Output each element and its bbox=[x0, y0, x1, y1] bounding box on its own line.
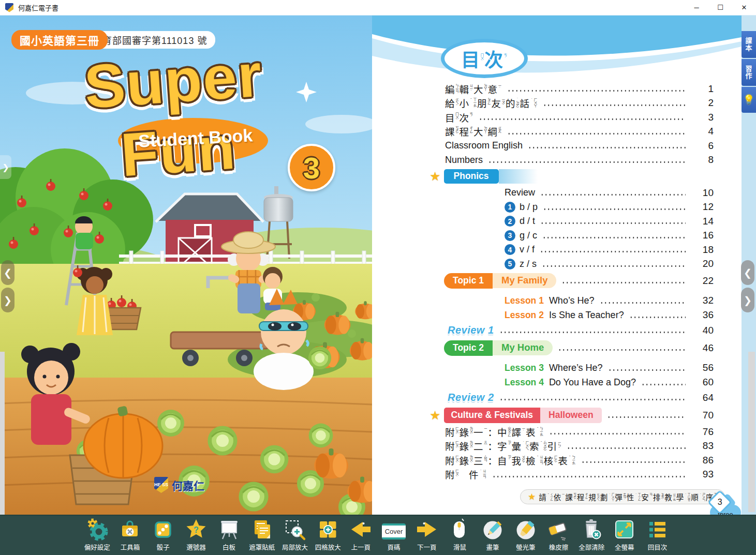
dot-leader bbox=[558, 349, 686, 351]
fullscreen-icon bbox=[613, 518, 636, 542]
ruby-char: 程ㄔㄥˊ bbox=[577, 491, 589, 502]
toc-review-row[interactable]: Review 264 bbox=[372, 389, 714, 406]
dot-leader bbox=[608, 369, 686, 371]
dot-leader bbox=[507, 90, 686, 92]
side-tab-workbook[interactable]: 習作 bbox=[742, 59, 756, 86]
toolbar-item-toolbox[interactable]: 工具箱 bbox=[114, 516, 147, 555]
toc-page-number: 8 bbox=[691, 154, 714, 166]
toolbar-item-eraser[interactable]: 橡皮擦 bbox=[542, 516, 575, 555]
toolbar-item-prev-page[interactable]: 上一頁 bbox=[345, 516, 378, 555]
ruby-char: 小ㄒㄧㄠˇ bbox=[459, 96, 478, 110]
toolbar-item-page-number[interactable]: Cover 頁碼 bbox=[377, 516, 410, 555]
toc-row[interactable]: 給ㄍㄟˇ小ㄒㄧㄠˇ朋ㄆㄥˊ友ㄧㄡˇ的˙ㄉㄜ話ㄏㄨㄚˋ2 bbox=[372, 96, 714, 111]
phonics-number-icon: 3 bbox=[505, 230, 515, 241]
toc-row[interactable]: 2d / t14 bbox=[372, 214, 714, 229]
toc-row[interactable]: Review10 bbox=[372, 186, 714, 200]
dot-leader bbox=[543, 208, 686, 210]
toc-row[interactable]: Numbers8 bbox=[372, 153, 714, 168]
toc-lesson-row[interactable]: Lesson 3Where’s He?56 bbox=[372, 361, 714, 375]
toc-row[interactable]: Classroom English6 bbox=[372, 139, 714, 153]
maximize-button[interactable]: ☐ bbox=[708, 0, 732, 15]
toc-topic-row[interactable]: Topic 2My Home46 bbox=[372, 338, 714, 357]
left-flyout-handle[interactable]: ❯ bbox=[0, 155, 11, 179]
toolbar-item-clear-all[interactable]: 全部清除 bbox=[575, 516, 608, 555]
toolbar-item-fullscreen[interactable]: 全螢幕 bbox=[608, 516, 641, 555]
toolbar-item-area-zoom[interactable]: 局部放大 bbox=[278, 516, 312, 555]
toc-lesson-row[interactable]: Lesson 1Who’s He?32 bbox=[372, 293, 714, 308]
toc-lesson-row[interactable]: Lesson 4Do You Have a Dog?60 bbox=[372, 375, 714, 389]
review-label: Review 2 bbox=[448, 392, 494, 403]
phonics-number-icon: 2 bbox=[505, 216, 515, 227]
toc-section-phonics[interactable]: ★Phonics bbox=[372, 167, 714, 186]
toolbar-item-next-page[interactable]: 下一頁 bbox=[410, 516, 443, 555]
toc-row[interactable]: 3g / c16 bbox=[372, 229, 714, 243]
ruby-char: 順ㄕㄨㄣˋ bbox=[691, 491, 706, 502]
toolbar-item-whiteboard[interactable]: 白板 bbox=[213, 516, 246, 555]
toc-page-number: 46 bbox=[691, 342, 714, 354]
side-tab-hint[interactable]: 💡 bbox=[742, 87, 756, 113]
ruby-char: 友ㄧㄡˇ bbox=[492, 96, 506, 110]
toolbar-item-label: 上一頁 bbox=[351, 542, 371, 552]
ruby-char: 綱ㄍㄤ bbox=[488, 125, 502, 138]
toolbar-item-mouse[interactable]: 滑鼠 bbox=[443, 516, 477, 555]
toc-topic-row[interactable]: Topic 1My Family22 bbox=[372, 271, 714, 290]
toolbar-item-highlighter[interactable]: 螢光筆 bbox=[509, 516, 542, 555]
dot-leader bbox=[543, 104, 686, 106]
ruby-char: 目ㄇㄨˋ bbox=[461, 45, 484, 72]
title-bar: 何嘉仁電子書 ─ ☐ ✕ bbox=[0, 0, 756, 16]
toc-list-icon bbox=[646, 518, 670, 542]
toc-row[interactable]: 課ㄎㄜˋ程ㄔㄥˊ大ㄉㄚˋ綱ㄍㄤ4 bbox=[372, 125, 714, 139]
ruby-char: 意ㄧˋ bbox=[488, 82, 502, 96]
toc-row[interactable]: 附ㄈㄨˋ錄ㄌㄨˋ二ㄦˋ：字ㄗˋ彙ㄏㄨㄟˋ索ㄙㄨㄛˇ引ㄧㄣˇ83 bbox=[372, 439, 714, 454]
toolbar-item-number-picker[interactable]: ? 選號器 bbox=[180, 516, 213, 555]
toc-row[interactable]: 編ㄅㄧㄢ輯ㄐㄧˊ大ㄉㄚˋ意ㄧˋ1 bbox=[372, 82, 714, 96]
ruby-char: 錄ㄌㄨˋ bbox=[459, 425, 474, 439]
toolbar-item-label: 工具箱 bbox=[121, 542, 140, 552]
prev-page-chevron-left-side[interactable]: ❮ bbox=[1, 260, 14, 285]
close-button[interactable]: ✕ bbox=[732, 0, 756, 15]
toc-lesson-row[interactable]: Lesson 2Is She a Teacher?36 bbox=[372, 308, 714, 322]
toc-row[interactable]: 附ㄈㄨˋ錄ㄌㄨˋ一ㄧ：中ㄓㄨㄥ譯ㄧˋ表ㄅㄧㄠˇ76 bbox=[372, 425, 714, 439]
toolbar-item-mask-sticker[interactable]: 遮罩貼紙 bbox=[245, 516, 278, 555]
dot-leader bbox=[499, 399, 686, 400]
toolbar-item-dice[interactable]: 骰子 bbox=[146, 516, 180, 555]
right-scrollbar-strip[interactable] bbox=[748, 352, 755, 512]
publisher-name: 何嘉仁 bbox=[172, 477, 204, 493]
ruby-char: 課ㄎㄜˋ bbox=[445, 125, 459, 138]
ruby-char: 中ㄓㄨㄥ bbox=[497, 425, 512, 439]
toc-page-number: 12 bbox=[691, 201, 714, 213]
toc-page-number: 70 bbox=[691, 410, 714, 421]
left-page-edge-strip[interactable] bbox=[0, 352, 5, 515]
bottom-toolbar: 偏好設定 工具箱 骰子 ? 選號器 白板 遮罩貼紙 局部放大 四格放大 上一頁 … bbox=[0, 515, 756, 555]
page-cover-button: Cover bbox=[382, 518, 406, 542]
ruby-char: ： bbox=[488, 454, 498, 467]
toc-culture-row[interactable]: ★Culture & FestivalsHalloween70 bbox=[372, 406, 714, 425]
ruby-char: 安ㄢ bbox=[641, 491, 653, 502]
toolbar-item-label: 橡皮擦 bbox=[549, 542, 569, 552]
ruby-char: 三ㄙㄢ bbox=[473, 454, 488, 467]
toc-row[interactable]: 附ㄈㄨˋ 件ㄐㄧㄢˋ93 bbox=[372, 468, 714, 482]
dot-leader bbox=[488, 161, 686, 163]
toolbar-item-back-to-toc[interactable]: 回目次 bbox=[641, 516, 674, 555]
toc-page-number: 1 bbox=[691, 83, 714, 95]
toc-row[interactable]: 5z / s20 bbox=[372, 257, 714, 272]
toc-row[interactable]: 目ㄇㄨˋ次ㄘˋ3 bbox=[372, 110, 714, 125]
hess-shield-icon: HE SS bbox=[154, 477, 168, 493]
toc-review-row[interactable]: Review 140 bbox=[372, 322, 714, 338]
toolbar-item-label: 回目次 bbox=[648, 542, 668, 552]
minimize-button[interactable]: ─ bbox=[685, 0, 708, 15]
toc-row[interactable]: 4v / f18 bbox=[372, 243, 714, 257]
prev-page-chevron-right-side[interactable]: ❮ bbox=[741, 260, 754, 285]
dot-leader bbox=[581, 461, 686, 463]
pen-icon bbox=[481, 518, 505, 542]
toolbar-item-quad-zoom[interactable]: 四格放大 bbox=[312, 516, 345, 555]
next-page-chevron-left-side[interactable]: ❯ bbox=[1, 288, 14, 312]
next-page-chevron-right-side[interactable]: ❯ bbox=[741, 288, 754, 312]
ruby-char: 性ㄒㄧㄥˋ bbox=[627, 491, 642, 502]
side-tab-textbook[interactable]: 課本 bbox=[742, 31, 756, 58]
toc-row[interactable]: 附ㄈㄨˋ錄ㄌㄨˋ三ㄙㄢ：自ㄗˋ我ㄨㄛˇ檢ㄐㄧㄢˇ核ㄏㄜˊ表ㄅㄧㄠˇ86 bbox=[372, 453, 714, 468]
toc-row[interactable]: 1b / p12 bbox=[372, 200, 714, 215]
toolbar-item-preferences[interactable]: 偏好設定 bbox=[81, 516, 114, 555]
toolbar-item-pen[interactable]: 畫筆 bbox=[476, 516, 509, 555]
lesson-label: Lesson 3 bbox=[505, 363, 544, 373]
